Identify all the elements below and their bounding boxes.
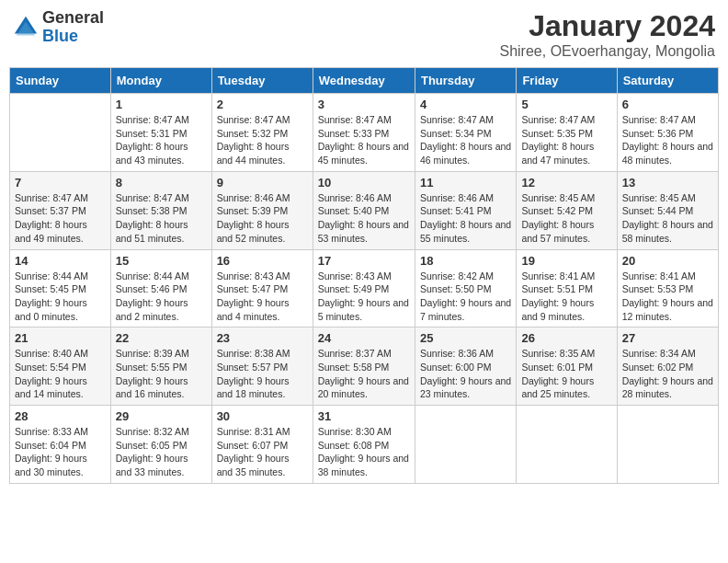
page-header: General Blue January 2024 Shiree, OEvoer…	[9, 9, 719, 60]
day-info: Sunrise: 8:45 AMSunset: 5:42 PMDaylight:…	[521, 191, 611, 246]
calendar-cell: 4Sunrise: 8:47 AMSunset: 5:34 PMDaylight…	[415, 94, 516, 172]
calendar-cell: 14Sunrise: 8:44 AMSunset: 5:45 PMDayligh…	[10, 249, 111, 327]
day-number: 31	[318, 409, 410, 423]
day-info: Sunrise: 8:41 AMSunset: 5:51 PMDaylight:…	[521, 270, 611, 324]
day-info: Sunrise: 8:35 AMSunset: 6:01 PMDaylight:…	[521, 347, 611, 401]
day-number: 19	[521, 254, 611, 268]
day-info: Sunrise: 8:46 AMSunset: 5:41 PMDaylight:…	[420, 191, 511, 246]
calendar-cell: 25Sunrise: 8:36 AMSunset: 6:00 PMDayligh…	[415, 327, 516, 406]
day-number: 13	[622, 176, 713, 190]
day-info: Sunrise: 8:45 AMSunset: 5:44 PMDaylight:…	[622, 191, 713, 246]
calendar-cell: 9Sunrise: 8:46 AMSunset: 5:39 PMDaylight…	[211, 171, 313, 249]
day-number: 12	[521, 176, 611, 190]
calendar-cell: 23Sunrise: 8:38 AMSunset: 5:57 PMDayligh…	[211, 327, 313, 406]
calendar-week-row: 1Sunrise: 8:47 AMSunset: 5:31 PMDaylight…	[10, 94, 719, 172]
day-info: Sunrise: 8:34 AMSunset: 6:02 PMDaylight:…	[622, 347, 713, 401]
calendar-cell: 22Sunrise: 8:39 AMSunset: 5:55 PMDayligh…	[110, 327, 211, 406]
calendar-cell: 11Sunrise: 8:46 AMSunset: 5:41 PMDayligh…	[415, 171, 516, 249]
day-number: 5	[521, 98, 611, 111]
day-number: 18	[420, 254, 511, 268]
weekday-header: Tuesday	[211, 68, 313, 94]
day-number: 17	[318, 254, 410, 268]
day-number: 27	[622, 331, 713, 345]
day-info: Sunrise: 8:43 AMSunset: 5:49 PMDaylight:…	[318, 270, 410, 324]
day-info: Sunrise: 8:47 AMSunset: 5:32 PMDaylight:…	[217, 113, 308, 167]
calendar-week-row: 14Sunrise: 8:44 AMSunset: 5:45 PMDayligh…	[10, 249, 719, 327]
calendar-cell	[10, 94, 111, 172]
calendar-cell: 2Sunrise: 8:47 AMSunset: 5:32 PMDaylight…	[211, 94, 313, 172]
day-info: Sunrise: 8:31 AMSunset: 6:07 PMDaylight:…	[217, 425, 308, 479]
calendar-cell: 15Sunrise: 8:44 AMSunset: 5:46 PMDayligh…	[110, 249, 211, 327]
calendar-cell: 28Sunrise: 8:33 AMSunset: 6:04 PMDayligh…	[10, 406, 111, 484]
calendar-cell: 29Sunrise: 8:32 AMSunset: 6:05 PMDayligh…	[110, 406, 211, 484]
location-title: Shiree, OEvoerhangay, Mongolia	[499, 43, 715, 60]
day-info: Sunrise: 8:43 AMSunset: 5:47 PMDaylight:…	[217, 270, 308, 324]
day-info: Sunrise: 8:36 AMSunset: 6:00 PMDaylight:…	[420, 347, 511, 401]
weekday-header: Thursday	[415, 68, 516, 94]
calendar-cell: 12Sunrise: 8:45 AMSunset: 5:42 PMDayligh…	[517, 171, 617, 249]
weekday-header: Wednesday	[313, 68, 415, 94]
day-info: Sunrise: 8:44 AMSunset: 5:46 PMDaylight:…	[116, 270, 207, 324]
calendar-cell: 3Sunrise: 8:47 AMSunset: 5:33 PMDaylight…	[313, 94, 415, 172]
day-number: 7	[15, 176, 106, 190]
calendar-week-row: 21Sunrise: 8:40 AMSunset: 5:54 PMDayligh…	[10, 327, 719, 406]
day-number: 21	[15, 331, 106, 345]
day-info: Sunrise: 8:47 AMSunset: 5:36 PMDaylight:…	[622, 113, 713, 167]
day-info: Sunrise: 8:46 AMSunset: 5:40 PMDaylight:…	[318, 191, 410, 246]
calendar-header-row: SundayMondayTuesdayWednesdayThursdayFrid…	[10, 68, 719, 94]
calendar-cell: 5Sunrise: 8:47 AMSunset: 5:35 PMDaylight…	[517, 94, 617, 172]
day-number: 3	[318, 98, 410, 111]
day-info: Sunrise: 8:47 AMSunset: 5:38 PMDaylight:…	[116, 191, 207, 246]
day-number: 28	[15, 409, 106, 423]
day-info: Sunrise: 8:41 AMSunset: 5:53 PMDaylight:…	[622, 270, 713, 324]
logo: General Blue	[13, 9, 104, 46]
calendar-cell: 8Sunrise: 8:47 AMSunset: 5:38 PMDaylight…	[110, 171, 211, 249]
calendar-cell: 7Sunrise: 8:47 AMSunset: 5:37 PMDaylight…	[10, 171, 111, 249]
day-info: Sunrise: 8:37 AMSunset: 5:58 PMDaylight:…	[318, 347, 410, 401]
calendar-cell	[617, 406, 718, 484]
calendar-cell: 6Sunrise: 8:47 AMSunset: 5:36 PMDaylight…	[617, 94, 718, 172]
calendar-cell: 20Sunrise: 8:41 AMSunset: 5:53 PMDayligh…	[617, 249, 718, 327]
day-info: Sunrise: 8:44 AMSunset: 5:45 PMDaylight:…	[15, 270, 106, 324]
day-number: 14	[15, 254, 106, 268]
calendar-table: SundayMondayTuesdayWednesdayThursdayFrid…	[9, 67, 719, 484]
day-number: 10	[318, 176, 410, 190]
day-number: 29	[116, 409, 207, 423]
day-number: 6	[622, 98, 713, 111]
calendar-cell: 21Sunrise: 8:40 AMSunset: 5:54 PMDayligh…	[10, 327, 111, 406]
day-info: Sunrise: 8:32 AMSunset: 6:05 PMDaylight:…	[116, 425, 207, 479]
day-number: 25	[420, 331, 511, 345]
calendar-cell: 30Sunrise: 8:31 AMSunset: 6:07 PMDayligh…	[211, 406, 313, 484]
day-number: 1	[116, 98, 207, 111]
calendar-cell	[415, 406, 516, 484]
day-number: 15	[116, 254, 207, 268]
calendar-cell: 10Sunrise: 8:46 AMSunset: 5:40 PMDayligh…	[313, 171, 415, 249]
day-info: Sunrise: 8:42 AMSunset: 5:50 PMDaylight:…	[420, 270, 511, 324]
day-info: Sunrise: 8:40 AMSunset: 5:54 PMDaylight:…	[15, 347, 106, 401]
calendar-cell: 16Sunrise: 8:43 AMSunset: 5:47 PMDayligh…	[211, 249, 313, 327]
weekday-header: Friday	[517, 68, 617, 94]
calendar-cell	[517, 406, 617, 484]
day-info: Sunrise: 8:30 AMSunset: 6:08 PMDaylight:…	[318, 425, 410, 479]
logo-text-blue: Blue	[42, 27, 78, 45]
calendar-cell: 1Sunrise: 8:47 AMSunset: 5:31 PMDaylight…	[110, 94, 211, 172]
calendar-cell: 13Sunrise: 8:45 AMSunset: 5:44 PMDayligh…	[617, 171, 718, 249]
day-number: 16	[217, 254, 308, 268]
day-info: Sunrise: 8:39 AMSunset: 5:55 PMDaylight:…	[116, 347, 207, 401]
day-number: 22	[116, 331, 207, 345]
day-number: 9	[217, 176, 308, 190]
day-info: Sunrise: 8:47 AMSunset: 5:37 PMDaylight:…	[15, 191, 106, 246]
day-number: 26	[521, 331, 611, 345]
calendar-cell: 26Sunrise: 8:35 AMSunset: 6:01 PMDayligh…	[517, 327, 617, 406]
calendar-cell: 31Sunrise: 8:30 AMSunset: 6:08 PMDayligh…	[313, 406, 415, 484]
weekday-header: Monday	[110, 68, 211, 94]
day-number: 20	[622, 254, 713, 268]
day-info: Sunrise: 8:47 AMSunset: 5:34 PMDaylight:…	[420, 113, 511, 167]
logo-icon	[13, 15, 39, 40]
day-number: 4	[420, 98, 511, 111]
day-info: Sunrise: 8:33 AMSunset: 6:04 PMDaylight:…	[15, 425, 106, 479]
calendar-cell: 24Sunrise: 8:37 AMSunset: 5:58 PMDayligh…	[313, 327, 415, 406]
day-number: 11	[420, 176, 511, 190]
day-info: Sunrise: 8:46 AMSunset: 5:39 PMDaylight:…	[217, 191, 308, 246]
day-number: 24	[318, 331, 410, 345]
